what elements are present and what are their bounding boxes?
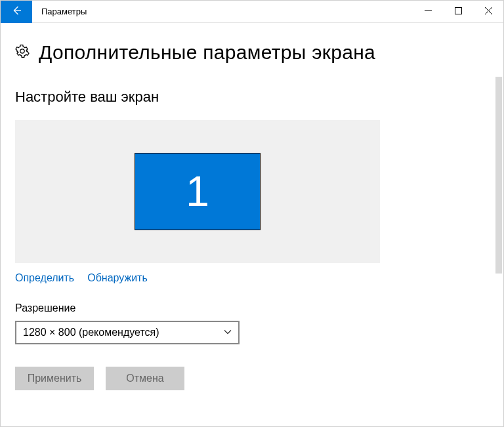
apply-button[interactable]: Применить: [15, 367, 94, 390]
page-title: Дополнительные параметры экрана: [39, 41, 375, 64]
maximize-button[interactable]: [443, 1, 473, 23]
minimize-icon: [425, 7, 432, 16]
resolution-select[interactable]: 1280 × 800 (рекомендуется): [15, 321, 240, 344]
resolution-label: Разрешение: [15, 302, 489, 314]
cancel-button[interactable]: Отмена: [106, 367, 184, 390]
apply-button-label: Применить: [28, 373, 82, 384]
action-buttons: Применить Отмена: [15, 367, 489, 390]
window-title: Параметры: [32, 7, 413, 16]
monitor-number-label: 1: [186, 167, 209, 216]
monitor-1[interactable]: 1: [135, 153, 261, 230]
content-area: Дополнительные параметры экрана Настройт…: [1, 23, 503, 390]
resolution-value: 1280 × 800 (рекомендуется): [23, 327, 159, 338]
monitor-links: Определить Обнаружить: [15, 272, 489, 284]
section-title: Настройте ваш экран: [15, 89, 489, 106]
identify-link[interactable]: Определить: [15, 272, 74, 284]
chevron-down-icon: [224, 327, 232, 338]
back-button[interactable]: [1, 1, 32, 23]
svg-rect-0: [455, 8, 461, 14]
close-icon: [485, 7, 492, 16]
window-controls: [413, 1, 503, 22]
title-bar: Параметры: [1, 1, 503, 23]
close-button[interactable]: [473, 1, 503, 23]
scrollbar-thumb[interactable]: [495, 77, 502, 274]
monitor-preview-area: 1: [15, 120, 380, 263]
scrollbar[interactable]: [492, 23, 503, 426]
maximize-icon: [455, 7, 462, 16]
gear-icon: [15, 44, 30, 61]
page-header: Дополнительные параметры экрана: [15, 41, 489, 64]
arrow-left-icon: [11, 5, 22, 18]
minimize-button[interactable]: [413, 1, 443, 23]
cancel-button-label: Отмена: [126, 373, 163, 384]
detect-link[interactable]: Обнаружить: [87, 272, 148, 284]
